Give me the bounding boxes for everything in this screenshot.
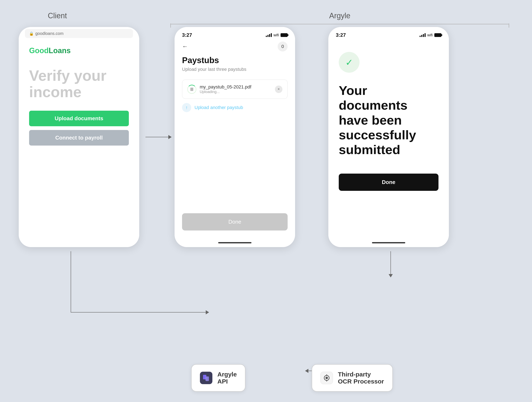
checkmark-icon: ✓: [345, 57, 353, 68]
arrow-head: [168, 135, 172, 139]
home-indicator-2: [218, 242, 252, 243]
phone2-header: ← 0: [175, 39, 295, 56]
lock-icon: 🔒: [29, 31, 34, 36]
paystubs-title: Paystubs: [175, 56, 295, 65]
file-mini-icon: [190, 88, 193, 91]
success-message: Your documents have been successfully su…: [339, 83, 438, 157]
upload-icon: ↑: [182, 103, 191, 112]
file-spinner-wrapper: [187, 85, 196, 94]
battery-icon-3: [434, 33, 441, 37]
argyle-label-wrapper: Argyle: [171, 12, 509, 20]
argyle-bracket-left: [171, 24, 171, 28]
verify-heading: Verify your income: [29, 68, 129, 100]
done-button-disabled[interactable]: Done: [182, 213, 288, 230]
signal-bars-icon-3: [420, 33, 426, 37]
browser-url: goodloans.com: [35, 31, 63, 36]
svg-rect-5: [326, 380, 327, 381]
status-bar-2: 3:27 wifi: [175, 27, 295, 39]
argyle-label: Argyle: [329, 12, 350, 20]
paystubs-subtitle: Upload your last three paystubs: [175, 67, 295, 72]
done-button[interactable]: Done: [339, 173, 438, 191]
signal-bars-icon: [266, 33, 272, 37]
down-arrow-line: [391, 251, 391, 274]
sb4: [424, 33, 426, 37]
third-party-line1: Third-party: [338, 371, 384, 378]
argyle-api-line1: Argyle: [217, 371, 237, 378]
argyle-bracket-line: [171, 24, 509, 24]
file-details: my_paystub_05-2021.pdf Uploading...: [200, 84, 251, 94]
l-arrow-head: [206, 310, 209, 314]
argyle-api-line2: API: [217, 378, 237, 385]
argyle-api-label: Argyle API: [217, 371, 237, 385]
third-party-box: Third-party OCR Processor: [312, 364, 393, 392]
l-arrow-horizontal: [71, 312, 207, 313]
signal-bar-1: [266, 36, 267, 37]
argyle-logo-icon: [202, 374, 210, 382]
success-circle: ✓: [339, 52, 360, 73]
goodloans-logo: GoodLoans: [29, 46, 129, 55]
down-arrow-head: [389, 274, 393, 278]
phone-success: 3:27 wifi ✓ Your documents have been suc…: [328, 27, 449, 247]
l-arrow-vertical: [71, 251, 71, 313]
file-info: my_paystub_05-2021.pdf Uploading...: [187, 84, 251, 94]
phone-paystubs: 3:27 wifi ← 0 Paystubs Upload your last …: [175, 27, 295, 247]
status-bar-3: 3:27 wifi: [328, 27, 449, 39]
logo-good: Good: [29, 46, 49, 55]
phone1-content: GoodLoans Verify your income Upload docu…: [19, 40, 139, 152]
status-time-2: 3:27: [182, 32, 192, 38]
svg-point-3: [325, 377, 328, 379]
upload-another[interactable]: ↑ Upload another paystub: [182, 103, 288, 112]
status-time-3: 3:27: [336, 32, 346, 38]
status-icons-3: wifi: [420, 33, 441, 37]
file-name: my_paystub_05-2021.pdf: [200, 84, 251, 90]
phone3-content: ✓ Your documents have been successfully …: [328, 39, 449, 191]
third-party-label: Third-party OCR Processor: [338, 371, 384, 385]
browser-bar: 🔒 goodloans.com: [25, 29, 133, 38]
battery-icon: [280, 33, 288, 37]
signal-bar-2: [267, 35, 268, 37]
signal-bar-4: [271, 33, 272, 37]
signal-bar-3: [269, 34, 270, 37]
upload-another-label: Upload another paystub: [195, 105, 243, 110]
file-status: Uploading...: [200, 90, 251, 94]
svg-rect-1: [206, 377, 209, 381]
client-label: Client: [48, 12, 67, 20]
counter-badge: 0: [278, 42, 288, 51]
back-arrow[interactable]: ←: [182, 43, 188, 50]
wifi-icon-3: wifi: [427, 33, 433, 37]
argyle-api-box: Argyle API: [191, 364, 245, 392]
svg-rect-4: [326, 374, 327, 376]
arrow-line: [146, 137, 168, 137]
argyle-bracket-right: [509, 24, 509, 28]
third-party-line2: OCR Processor: [338, 378, 384, 385]
connect-to-payroll-button[interactable]: Connect to payroll: [29, 130, 129, 146]
sb2: [421, 35, 422, 37]
file-upload-item: my_paystub_05-2021.pdf Uploading... ×: [182, 80, 288, 99]
wifi-icon: wifi: [273, 33, 279, 37]
home-indicator-3: [372, 242, 405, 243]
argyle-api-icon: [200, 372, 212, 384]
arrow-phone3-down: [389, 251, 393, 278]
ocr-logo-icon: [323, 374, 331, 382]
arrow-phone1-to-phone2: [146, 135, 172, 139]
sb1: [420, 36, 421, 37]
logo-loans: Loans: [49, 46, 71, 55]
upload-documents-button[interactable]: Upload documents: [29, 111, 129, 126]
phone-client: 🔒 goodloans.com GoodLoans Verify your in…: [19, 27, 139, 247]
status-icons-2: wifi: [266, 33, 288, 37]
arrow-head-left: [305, 369, 308, 373]
sb3: [423, 34, 424, 37]
ocr-icon: [320, 372, 333, 384]
file-close-button[interactable]: ×: [275, 86, 282, 93]
